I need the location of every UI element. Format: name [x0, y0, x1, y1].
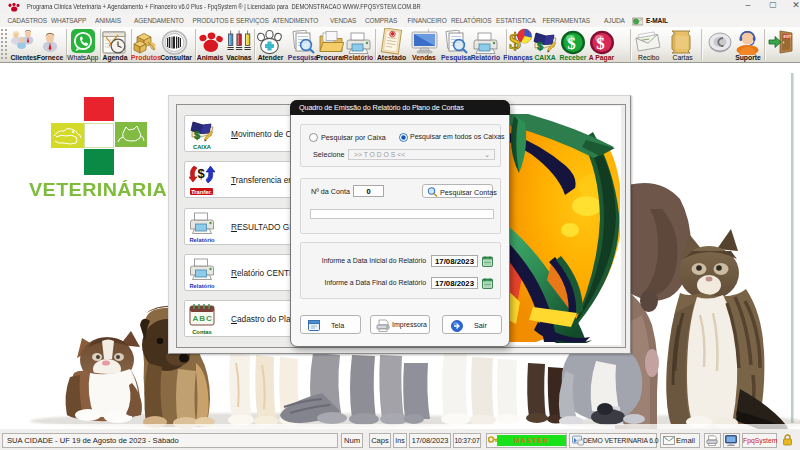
svg-text:$: $	[567, 33, 576, 52]
svg-text:ABC: ABC	[193, 314, 213, 323]
svg-text:$: $	[537, 40, 543, 52]
svg-text:$: $	[198, 166, 206, 181]
svg-text:EXIT: EXIT	[784, 35, 792, 39]
svg-text:$: $	[596, 33, 605, 52]
svg-text:$: $	[194, 129, 200, 141]
